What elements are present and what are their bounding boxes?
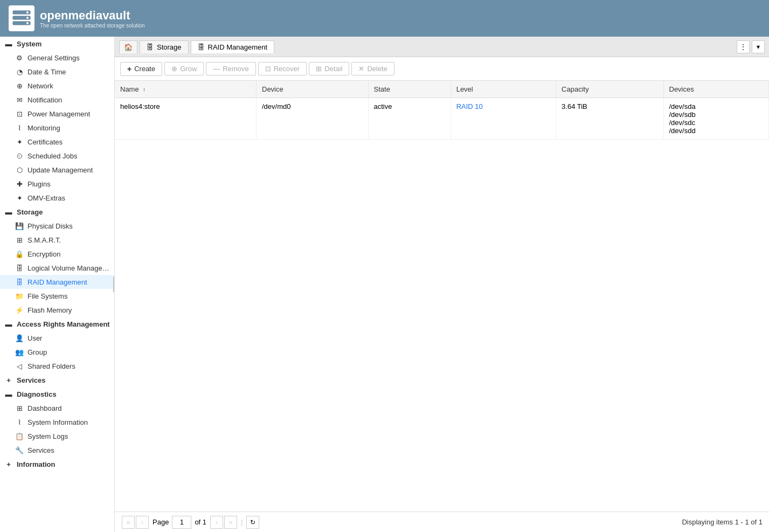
app-header: openmediavault The open network attached… bbox=[0, 0, 769, 37]
sidebar-section-system[interactable]: ▬ System bbox=[0, 37, 114, 51]
col-capacity[interactable]: Capacity bbox=[556, 81, 663, 98]
raid-level-link[interactable]: RAID 10 bbox=[456, 102, 483, 110]
storage-section-label: Storage bbox=[17, 208, 43, 216]
tab-actions: ⋮ ▾ bbox=[737, 40, 765, 53]
recover-label: Recover bbox=[274, 65, 300, 73]
create-label: Create bbox=[134, 65, 155, 73]
tab-raid-management[interactable]: 🗄 RAID Management bbox=[191, 40, 275, 53]
page-prev-btn[interactable]: ‹ bbox=[136, 516, 149, 529]
cell-capacity: 3.64 TiB bbox=[556, 98, 663, 140]
sidebar-item-plugins[interactable]: ✚ Plugins bbox=[0, 177, 114, 191]
services-diag-icon: 🔧 bbox=[15, 446, 24, 454]
sidebar-item-update-management[interactable]: ⬡ Update Management bbox=[0, 163, 114, 177]
cell-devices: /dev/sda /dev/sdb /dev/sdc /dev/sdd bbox=[663, 98, 769, 140]
table-header-row: Name ↑ Device State Level bbox=[115, 81, 769, 98]
sidebar-item-general-settings[interactable]: ⚙ General Settings bbox=[0, 51, 114, 65]
brand-name: openmediavault bbox=[40, 9, 145, 23]
sidebar: ◀ ▬ System ⚙ General Settings ◔ Date & T… bbox=[0, 37, 115, 532]
page-refresh-btn[interactable]: ↻ bbox=[246, 516, 259, 529]
diagnostics-section-label: Diagnostics bbox=[17, 390, 57, 398]
device-item: /dev/sdb bbox=[669, 110, 764, 119]
page-next-btn[interactable]: › bbox=[210, 516, 223, 529]
sidebar-item-physical-disks[interactable]: 💾 Physical Disks bbox=[0, 219, 114, 233]
delete-button[interactable]: ✕ Delete bbox=[351, 62, 394, 75]
tab-more-btn[interactable]: ⋮ bbox=[737, 40, 750, 53]
table-row[interactable]: helios4:store /dev/md0 active RAID 10 3.… bbox=[115, 98, 769, 140]
create-button[interactable]: + Create bbox=[120, 62, 162, 76]
sidebar-item-user[interactable]: 👤 User bbox=[0, 331, 114, 345]
tab-dropdown-btn[interactable]: ▾ bbox=[752, 40, 765, 53]
sidebar-item-smart[interactable]: ⊞ S.M.A.R.T. bbox=[0, 233, 114, 247]
tab-storage[interactable]: 🗄 Storage bbox=[140, 40, 189, 53]
sidebar-item-date-time[interactable]: ◔ Date & Time bbox=[0, 65, 114, 79]
sidebar-item-flash-memory[interactable]: ⚡ Flash Memory bbox=[0, 303, 114, 317]
detail-label: Detail bbox=[324, 65, 342, 73]
page-last-btn[interactable]: » bbox=[224, 516, 237, 529]
create-icon: + bbox=[127, 65, 131, 73]
monitoring-icon: ⌇ bbox=[15, 123, 24, 132]
sidebar-item-dashboard[interactable]: ⊞ Dashboard bbox=[0, 401, 114, 415]
device-item: /dev/sdd bbox=[669, 127, 764, 135]
cell-level: RAID 10 bbox=[451, 98, 556, 140]
sidebar-section-information[interactable]: + Information bbox=[0, 457, 114, 471]
col-state[interactable]: State bbox=[368, 81, 451, 98]
services-plus-icon: + bbox=[4, 376, 13, 384]
sidebar-item-monitoring[interactable]: ⌇ Monitoring bbox=[0, 121, 114, 135]
raid-tab-label: RAID Management bbox=[208, 43, 268, 51]
clock-icon: ◔ bbox=[15, 67, 24, 76]
recover-icon: ⊡ bbox=[265, 65, 271, 73]
page-input[interactable] bbox=[172, 516, 191, 529]
sidebar-item-raid-management[interactable]: 🗄 RAID Management bbox=[0, 275, 114, 289]
grow-icon: ⊕ bbox=[171, 65, 177, 73]
col-devices[interactable]: Devices bbox=[663, 81, 769, 98]
sidebar-item-omv-extras[interactable]: ✦ OMV-Extras bbox=[0, 191, 114, 205]
sidebar-section-storage[interactable]: ▬ Storage bbox=[0, 205, 114, 219]
sidebar-item-scheduled-jobs[interactable]: ⏲ Scheduled Jobs bbox=[0, 149, 114, 163]
cell-state: active bbox=[368, 98, 451, 140]
sidebar-item-group[interactable]: 👥 Group bbox=[0, 345, 114, 359]
sidebar-item-notification[interactable]: ✉ Notification bbox=[0, 93, 114, 107]
sidebar-item-file-systems[interactable]: 📁 File Systems bbox=[0, 289, 114, 303]
cell-name: helios4:store bbox=[115, 98, 257, 140]
power-icon: ⊡ bbox=[15, 109, 24, 118]
sidebar-section-access[interactable]: ▬ Access Rights Management bbox=[0, 317, 114, 331]
notification-icon: ✉ bbox=[15, 95, 24, 104]
detail-button[interactable]: ⊞ Detail bbox=[309, 62, 349, 75]
storage-minus-icon: ▬ bbox=[4, 208, 13, 216]
sysinfo-icon: ⌇ bbox=[15, 418, 24, 426]
col-level[interactable]: Level bbox=[451, 81, 556, 98]
sidebar-item-network[interactable]: ⊕ Network bbox=[0, 79, 114, 93]
sidebar-item-logical-volume[interactable]: 🗄 Logical Volume Managem... bbox=[0, 261, 114, 275]
tab-home[interactable]: 🏠 bbox=[119, 40, 137, 53]
sidebar-item-power-management[interactable]: ⊡ Power Management bbox=[0, 107, 114, 121]
sort-icon: ↑ bbox=[143, 87, 146, 93]
device-item: /dev/sda bbox=[669, 102, 764, 110]
col-device[interactable]: Device bbox=[257, 81, 369, 98]
page-first-btn[interactable]: « bbox=[122, 516, 135, 529]
display-info: Displaying items 1 - 1 of 1 bbox=[682, 518, 763, 526]
grow-button[interactable]: ⊕ Grow bbox=[164, 62, 204, 75]
sidebar-item-system-information[interactable]: ⌇ System Information bbox=[0, 415, 114, 429]
col-name[interactable]: Name ↑ bbox=[115, 81, 257, 98]
toolbar: + Create ⊕ Grow — Remove ⊡ Recover ⊞ Det… bbox=[115, 57, 769, 81]
settings-icon: ⚙ bbox=[15, 53, 24, 62]
schedule-icon: ⏲ bbox=[15, 151, 24, 160]
sidebar-item-certificates[interactable]: ✦ Certificates bbox=[0, 135, 114, 149]
access-minus-icon: ▬ bbox=[4, 320, 13, 328]
sidebar-section-services[interactable]: + Services bbox=[0, 373, 114, 387]
sidebar-section-diagnostics[interactable]: ▬ Diagnostics bbox=[0, 387, 114, 401]
detail-icon: ⊞ bbox=[316, 65, 322, 73]
raid-tab-icon: 🗄 bbox=[198, 43, 205, 51]
share-icon: ◁ bbox=[15, 362, 24, 370]
sidebar-collapse-btn[interactable]: ◀ bbox=[113, 277, 115, 292]
storage-tab-icon: 🗄 bbox=[147, 43, 154, 51]
recover-button[interactable]: ⊡ Recover bbox=[258, 62, 307, 75]
lvm-icon: 🗄 bbox=[15, 264, 24, 272]
dashboard-icon: ⊞ bbox=[15, 404, 24, 412]
sidebar-item-services-diag[interactable]: 🔧 Services bbox=[0, 443, 114, 457]
sidebar-item-encryption[interactable]: 🔒 Encryption bbox=[0, 247, 114, 261]
sidebar-item-system-logs[interactable]: 📋 System Logs bbox=[0, 429, 114, 443]
sidebar-item-shared-folders[interactable]: ◁ Shared Folders bbox=[0, 359, 114, 373]
logo-text: openmediavault The open network attached… bbox=[40, 9, 145, 29]
remove-button[interactable]: — Remove bbox=[206, 62, 255, 75]
